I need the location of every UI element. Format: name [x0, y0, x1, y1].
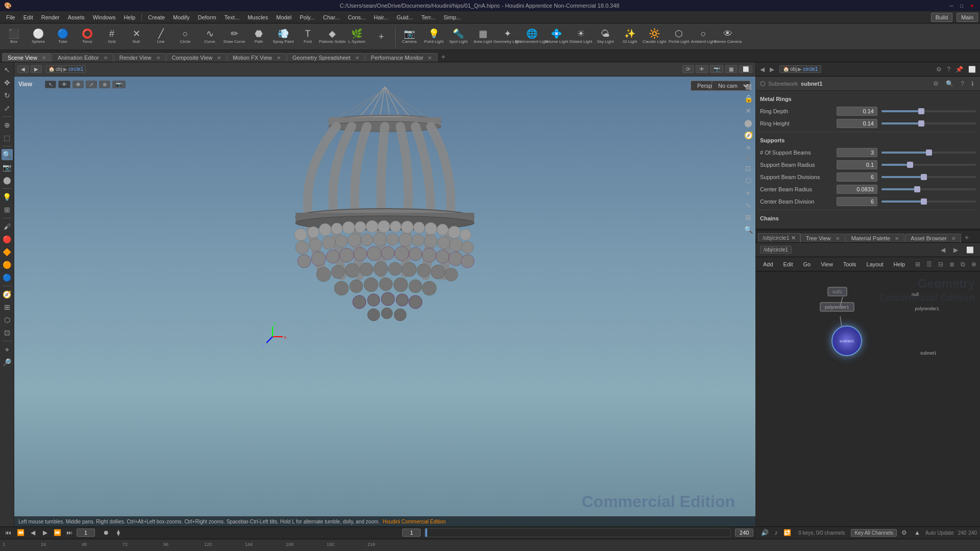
node-go-btn[interactable]: Go: [799, 261, 815, 268]
vp-tool-view[interactable]: 👁: [58, 81, 70, 88]
vp-tool-move[interactable]: ✥: [72, 81, 84, 88]
center-beam-radius-value[interactable]: 0.0833: [837, 185, 877, 194]
support-beams-value[interactable]: 3: [837, 148, 877, 157]
minimize-button[interactable]: ─: [947, 2, 955, 10]
menu-create[interactable]: Create: [144, 13, 169, 21]
tool-platonic[interactable]: ◆ Platonic Solids: [321, 24, 344, 49]
menu-modify[interactable]: Modify: [169, 13, 193, 21]
3d-viewport[interactable]: View ↖ 👁 ✥ ⤢ ⊕ 📷 Persp Top Front Right: [14, 77, 755, 527]
menu-assets[interactable]: Assets: [64, 13, 89, 21]
props-search-btn[interactable]: 🔍: [944, 80, 955, 88]
props-info-btn[interactable]: ℹ: [969, 80, 976, 88]
sidebar-scale[interactable]: ⤢: [2, 103, 13, 114]
right-back-btn[interactable]: ◀: [758, 65, 767, 73]
tool-distant-light[interactable]: ☀ Distant Light: [569, 24, 593, 49]
right-gear-btn[interactable]: ⚙: [934, 65, 944, 73]
menu-terr[interactable]: Terr...: [417, 13, 439, 21]
vp-right-mode3[interactable]: ⌖: [743, 187, 754, 198]
node-edit-btn[interactable]: Edit: [779, 261, 797, 268]
tool-add[interactable]: +: [370, 24, 393, 49]
tl-rewind[interactable]: ⏮: [3, 528, 13, 538]
node-null[interactable]: null1: [827, 287, 847, 296]
vp-right-mode5[interactable]: ⊞: [743, 212, 754, 223]
node-tab-material[interactable]: Material Palette ✕: [846, 234, 905, 242]
menu-hair[interactable]: Hair...: [370, 13, 393, 21]
node-expand-btn[interactable]: ⬜: [964, 246, 976, 254]
tl-play-fwd[interactable]: ▶: [40, 528, 50, 538]
vp-right-mode1[interactable]: ⊡: [743, 163, 754, 174]
tool-camera[interactable]: 📷 Camera: [398, 24, 421, 49]
workspace-button[interactable]: Build: [931, 13, 952, 22]
sidebar-handles[interactable]: ⊞: [2, 204, 13, 215]
tab-composite-view[interactable]: Composite View ✕: [166, 53, 227, 62]
vp-tool-snap[interactable]: ⊕: [99, 81, 110, 88]
beam-radius-value[interactable]: 0.1: [837, 160, 877, 169]
tab-close-scene[interactable]: ✕: [42, 55, 46, 61]
tool-path[interactable]: ⬣ Path: [247, 24, 271, 49]
sidebar-cam2[interactable]: 📷: [2, 162, 13, 173]
menu-text[interactable]: Text...: [220, 13, 243, 21]
tool-grid[interactable]: # Grid: [100, 24, 124, 49]
node-path-close[interactable]: ✕: [791, 235, 796, 241]
sidebar-grid[interactable]: ⊞: [2, 302, 13, 313]
tl-play-back[interactable]: ◀: [28, 528, 38, 538]
tl-audio[interactable]: 🔊: [760, 528, 770, 538]
desktop-button[interactable]: Main: [957, 13, 978, 22]
tool-gi-light[interactable]: ✨ GI Light: [618, 24, 642, 49]
vp-tool-transform[interactable]: ⤢: [86, 81, 97, 88]
center-beam-div-thumb[interactable]: [921, 198, 927, 205]
tab-geo-spreadsheet[interactable]: Geometry Spreadsheet ✕: [287, 53, 365, 62]
sidebar-zoom[interactable]: 🔎: [2, 357, 13, 368]
support-beams-slider[interactable]: [881, 149, 976, 156]
ring-height-thumb[interactable]: [918, 120, 924, 127]
tab-close-anim[interactable]: ✕: [104, 55, 108, 61]
center-beam-div-value[interactable]: 6: [837, 197, 877, 206]
vp-tool-select[interactable]: ↖: [45, 81, 56, 88]
viewport-display-btn[interactable]: 👁: [696, 65, 708, 73]
tab-scene-view[interactable]: Scene View ✕: [2, 53, 52, 62]
tool-null[interactable]: ✕ Null: [125, 24, 148, 49]
node-add-btn[interactable]: Add: [759, 261, 777, 268]
node-tab-add[interactable]: +: [962, 232, 972, 242]
node-tab-asset[interactable]: Asset Browser ✕: [905, 234, 961, 242]
tool-ambient-light[interactable]: ○ Ambient Light: [692, 24, 715, 49]
tl-next-key[interactable]: ⏩: [52, 528, 62, 538]
node-layout-btn[interactable]: Layout: [863, 261, 888, 268]
viewport-sync-btn[interactable]: ⟳: [682, 65, 694, 73]
tool-area-light[interactable]: ▦ Area Light: [471, 24, 495, 49]
tool-spray-paint[interactable]: 💨 Spray Paint: [272, 24, 295, 49]
right-breadcrumb-obj[interactable]: obj: [790, 66, 797, 72]
tool-geo-light[interactable]: ✦ Geometry Light: [496, 24, 519, 49]
vp-right-snap[interactable]: 🧭: [743, 130, 754, 141]
maximize-button[interactable]: □: [958, 2, 966, 10]
tool-font[interactable]: T Font: [296, 24, 320, 49]
tool-circle[interactable]: ○ Circle: [174, 24, 197, 49]
tool-box[interactable]: ⬛ Box: [2, 24, 26, 49]
node-help-btn[interactable]: Help: [890, 261, 910, 268]
node-tab-tree-close[interactable]: ✕: [836, 236, 840, 241]
sidebar-view[interactable]: 🔍: [2, 149, 13, 160]
vp-right-shading[interactable]: 🔒: [743, 93, 754, 104]
tl-rec[interactable]: ⏺: [101, 528, 111, 538]
beam-divisions-thumb[interactable]: [921, 174, 927, 180]
sidebar-select[interactable]: ↖: [2, 64, 13, 76]
menu-simp[interactable]: Simp...: [439, 13, 465, 21]
tab-close-render[interactable]: ✕: [156, 55, 160, 61]
node-nav-fwd[interactable]: ▶: [951, 246, 960, 254]
node-toolbar-btn5[interactable]: ⧉: [959, 260, 967, 268]
menu-model[interactable]: Model: [272, 13, 296, 21]
tool-torus[interactable]: ⭕ Torus: [76, 24, 99, 49]
tab-close-geo[interactable]: ✕: [355, 55, 359, 61]
node-toolbar-btn3[interactable]: ⊟: [936, 260, 945, 268]
tl-loop[interactable]: 🔁: [782, 528, 792, 538]
right-breadcrumb-node[interactable]: circle1: [803, 66, 818, 72]
node-tab-asset-close[interactable]: ✕: [951, 236, 955, 241]
tool-env-light[interactable]: 🌐 Environment Light: [520, 24, 544, 49]
vp-right-grid[interactable]: ≡: [743, 142, 754, 153]
vp-right-sel[interactable]: ⬤: [743, 117, 754, 129]
beam-radius-thumb[interactable]: [907, 162, 913, 168]
viewport-bg-btn[interactable]: ▩: [725, 65, 737, 73]
tool-tube[interactable]: 🔵 Tube: [51, 24, 75, 49]
sidebar-rotate[interactable]: ↻: [2, 90, 13, 101]
tool-curve[interactable]: ∿ Curve: [198, 24, 222, 49]
